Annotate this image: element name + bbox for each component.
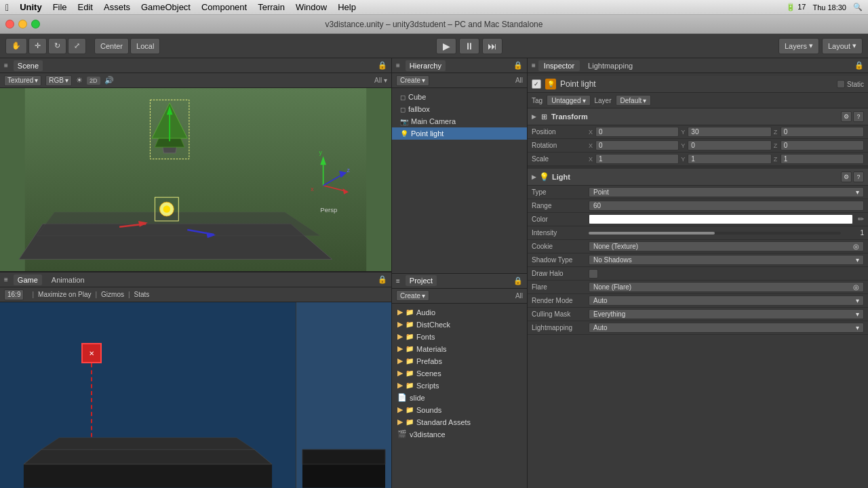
transform-settings-icon[interactable]: ⚙	[841, 111, 852, 122]
hand-tool[interactable]: ✋	[5, 38, 27, 54]
scale-z-field[interactable]: 1	[781, 154, 864, 164]
transform-help-icon[interactable]: ?	[853, 111, 864, 122]
transform-section-header[interactable]: ▶ ⊞ Transform ⚙ ?	[528, 108, 868, 125]
color-edit-icon[interactable]: ✏	[858, 215, 864, 224]
obj-name-field[interactable]: Point light	[560, 79, 833, 89]
gizmos-btn[interactable]: Gizmos	[101, 291, 124, 298]
scene-2d-icon[interactable]: 2D	[87, 77, 100, 85]
proj-slide[interactable]: 📄 slide	[392, 392, 527, 404]
menu-component[interactable]: Component	[201, 2, 247, 12]
hier-item-pointlight[interactable]: 💡 Point light	[392, 127, 527, 140]
animation-tab[interactable]: Animation	[47, 274, 89, 285]
layers-dropdown[interactable]: Layers ▾	[778, 38, 819, 54]
scale-tool[interactable]: ⤢	[68, 38, 86, 54]
layer-dropdown[interactable]: Default ▾	[616, 95, 652, 106]
position-x-field[interactable]: 0	[595, 127, 679, 137]
project-create-btn[interactable]: Create ▾	[396, 290, 429, 301]
light-color-picker[interactable]	[589, 214, 853, 224]
light-help-icon[interactable]: ?	[853, 171, 864, 182]
close-button[interactable]	[5, 20, 14, 28]
local-button[interactable]: Local	[130, 38, 160, 54]
layout-dropdown[interactable]: Layout ▾	[822, 38, 863, 54]
menu-gameobject[interactable]: GameObject	[141, 2, 191, 12]
pause-button[interactable]: ⏸	[459, 38, 479, 54]
proj-scripts[interactable]: ▶ 📁 Scripts	[392, 380, 527, 392]
apple-menu[interactable]: 	[5, 2, 9, 13]
light-type-dropdown[interactable]: Point▾	[589, 187, 864, 197]
light-range-field[interactable]: 60	[589, 201, 864, 211]
spotlight-search[interactable]: 🔍	[853, 3, 863, 12]
minimize-button[interactable]	[18, 20, 27, 28]
proj-scenes[interactable]: ▶ 📁 Scenes	[392, 367, 527, 380]
light-intensity-slider[interactable]	[589, 232, 841, 235]
proj-fonts[interactable]: ▶ 📁 Fonts	[392, 331, 527, 343]
menu-edit[interactable]: Edit	[78, 2, 93, 12]
maximize-on-play[interactable]: Maximize on Play	[38, 291, 91, 298]
project-tab[interactable]: Project	[406, 275, 437, 286]
flare-dropdown[interactable]: None (Flare)◎	[589, 282, 864, 292]
menu-unity[interactable]: Unity	[20, 2, 42, 12]
light-settings-icon[interactable]: ⚙	[841, 171, 852, 182]
hier-item-fallbox[interactable]: ◻ fallbox	[392, 103, 527, 115]
scale-y-field[interactable]: 1	[688, 154, 771, 164]
scene-view[interactable]: Persp x y z	[0, 88, 391, 271]
light-cookie-dropdown[interactable]: None (Texture)◎	[589, 241, 864, 251]
scene-lock-icon[interactable]: 🔒	[378, 61, 387, 70]
project-all-btn[interactable]: All	[515, 292, 523, 300]
obj-active-checkbox[interactable]: ✓	[532, 79, 541, 89]
menu-file[interactable]: File	[53, 2, 67, 12]
game-lock-icon[interactable]: 🔒	[378, 275, 387, 284]
hier-item-maincamera[interactable]: 📷 Main Camera	[392, 115, 527, 127]
position-z-field[interactable]: 0	[781, 127, 864, 137]
proj-audio[interactable]: ▶ 📁 Audio	[392, 306, 527, 319]
scene-sun-icon[interactable]: ☀	[76, 76, 83, 85]
game-panel-header: ≡ Game Animation 🔒	[0, 272, 391, 287]
light-section-header[interactable]: ▶ 💡 Light ⚙ ?	[528, 166, 868, 186]
scene-all-label[interactable]: All ▾	[374, 77, 387, 84]
position-y-field[interactable]: 30	[688, 127, 771, 137]
project-lock-icon[interactable]: 🔒	[513, 277, 523, 285]
hierarchy-tab[interactable]: Hierarchy	[406, 60, 446, 71]
lightmapping-tab[interactable]: Lightmapping	[583, 60, 638, 71]
aspect-ratio-dropdown[interactable]: 16:9	[4, 289, 24, 300]
shadow-type-dropdown[interactable]: No Shadows▾	[589, 255, 864, 265]
game-tab[interactable]: Game	[14, 274, 42, 285]
render-mode-dropdown[interactable]: Textured ▾	[4, 75, 41, 86]
proj-materials[interactable]: ▶ 📁 Materials	[392, 343, 527, 355]
step-button[interactable]: ⏭	[482, 38, 502, 54]
menu-help[interactable]: Help	[338, 2, 356, 12]
rotation-x-field[interactable]: 0	[595, 140, 679, 150]
rgb-dropdown[interactable]: RGB ▾	[45, 75, 72, 86]
move-tool[interactable]: ✛	[28, 38, 47, 54]
tag-dropdown[interactable]: Untagged ▾	[547, 95, 590, 106]
proj-sounds[interactable]: ▶ 📁 Sounds	[392, 404, 527, 416]
inspector-tab[interactable]: Inspector	[538, 60, 580, 71]
menu-assets[interactable]: Assets	[104, 2, 130, 12]
culling-mask-dropdown[interactable]: Everything▾	[589, 309, 864, 319]
scene-tab[interactable]: Scene	[14, 60, 43, 71]
rotation-y-field[interactable]: 0	[688, 140, 771, 150]
maximize-button[interactable]	[31, 20, 40, 28]
scale-x-field[interactable]: 1	[595, 154, 679, 164]
hier-item-cube[interactable]: ◻ Cube	[392, 91, 527, 103]
menu-terrain[interactable]: Terrain	[258, 2, 285, 12]
play-button[interactable]: ▶	[436, 38, 456, 54]
proj-standard-assets[interactable]: ▶ 📁 Standard Assets	[392, 416, 527, 428]
render-mode-dropdown[interactable]: Auto▾	[589, 296, 864, 306]
lightmapping-dropdown[interactable]: Auto▾	[589, 323, 864, 333]
hierarchy-all-btn[interactable]: All	[515, 77, 523, 84]
scene-audio-icon[interactable]: 🔊	[104, 76, 114, 85]
rotate-tool[interactable]: ↻	[48, 38, 66, 54]
proj-prefabs[interactable]: ▶ 📁 Prefabs	[392, 355, 527, 367]
hierarchy-create-btn[interactable]: Create ▾	[396, 75, 429, 86]
draw-halo-checkbox[interactable]	[589, 269, 598, 279]
menu-window[interactable]: Window	[296, 2, 327, 12]
hierarchy-lock-icon[interactable]: 🔒	[513, 61, 523, 70]
inspector-lock-icon[interactable]: 🔒	[854, 61, 864, 70]
proj-v3distance[interactable]: 🎬 v3distance	[392, 428, 527, 441]
proj-distcheck[interactable]: ▶ 📁 DistCheck	[392, 319, 527, 331]
center-button[interactable]: Center	[94, 38, 129, 54]
stats-btn[interactable]: Stats	[134, 291, 150, 298]
static-checkbox[interactable]: Static	[837, 80, 864, 88]
rotation-z-field[interactable]: 0	[781, 140, 864, 150]
